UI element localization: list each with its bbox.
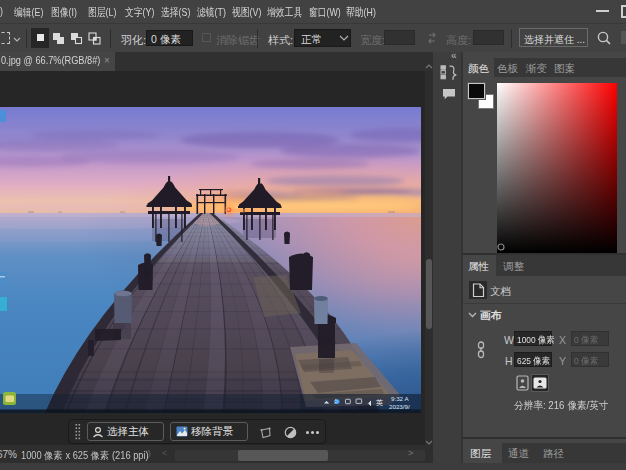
svg-text:9:32 A: 9:32 A [391,395,409,402]
svg-text:英: 英 [376,399,383,407]
svg-text:2023/9/: 2023/9/ [389,403,410,410]
